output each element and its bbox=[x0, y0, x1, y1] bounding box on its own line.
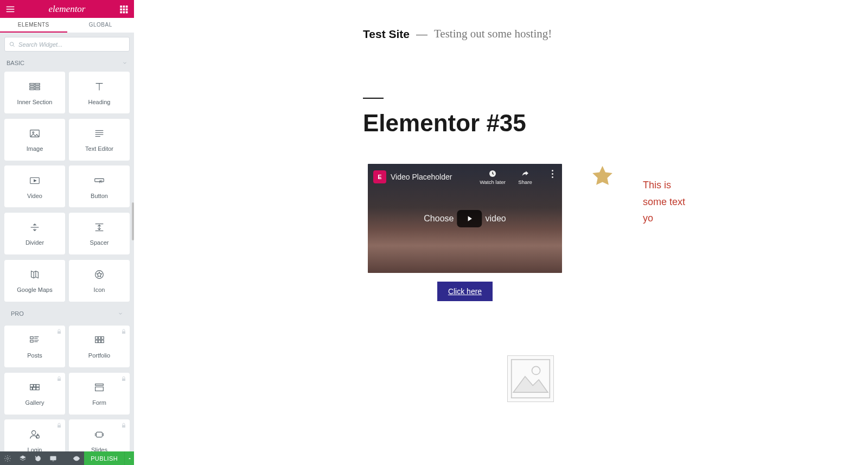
svg-rect-42 bbox=[101, 340, 104, 343]
svg-rect-14 bbox=[35, 83, 40, 85]
search-icon bbox=[9, 41, 15, 48]
widget-video[interactable]: Video bbox=[4, 165, 65, 207]
lock-icon bbox=[56, 328, 62, 335]
widget-form[interactable]: Form bbox=[69, 373, 130, 415]
svg-rect-48 bbox=[33, 387, 36, 390]
svg-rect-38 bbox=[98, 337, 101, 340]
svg-rect-29 bbox=[58, 331, 61, 334]
video-more-icon[interactable] bbox=[548, 170, 557, 178]
svg-rect-30 bbox=[30, 337, 34, 339]
svg-rect-8 bbox=[126, 11, 128, 13]
svg-rect-15 bbox=[35, 86, 40, 87]
svg-point-18 bbox=[33, 132, 34, 133]
svg-rect-53 bbox=[58, 425, 61, 428]
tab-elements[interactable]: ELEMENTS bbox=[0, 18, 67, 33]
preview-icon[interactable] bbox=[69, 451, 84, 465]
svg-rect-47 bbox=[30, 387, 33, 390]
site-title[interactable]: Test Site bbox=[363, 28, 410, 41]
widget-label: Divider bbox=[25, 239, 44, 246]
menu-icon[interactable] bbox=[5, 4, 15, 14]
widget-posts[interactable]: Posts bbox=[4, 326, 65, 367]
svg-rect-6 bbox=[120, 11, 122, 13]
site-tagline: Testing out some hosting! bbox=[434, 27, 552, 41]
svg-rect-0 bbox=[120, 5, 122, 8]
svg-point-54 bbox=[32, 430, 36, 434]
click-here-button[interactable]: Click here bbox=[437, 282, 493, 301]
widget-label: Google Maps bbox=[17, 286, 52, 293]
svg-rect-57 bbox=[97, 432, 103, 437]
tab-global[interactable]: GLOBAL bbox=[67, 18, 135, 33]
svg-rect-1 bbox=[123, 5, 125, 8]
svg-rect-37 bbox=[95, 337, 98, 340]
svg-rect-41 bbox=[98, 340, 101, 343]
widget-label: Icon bbox=[94, 286, 105, 293]
widget-label: Text Editor bbox=[85, 145, 113, 152]
svg-point-9 bbox=[10, 42, 13, 45]
widget-label: Video bbox=[27, 193, 42, 199]
svg-rect-7 bbox=[123, 11, 125, 13]
widget-inner-section[interactable]: Inner Section bbox=[4, 72, 65, 113]
title-rule bbox=[363, 98, 384, 99]
svg-rect-39 bbox=[101, 337, 104, 340]
category-pro[interactable]: PRO bbox=[4, 307, 130, 320]
widget-icon[interactable]: Icon bbox=[69, 260, 130, 302]
site-header: Test Site — Testing out some hosting! bbox=[134, 0, 868, 41]
content-section[interactable]: E Video Placeholder Watch later Share Ch… bbox=[368, 164, 868, 301]
image-placeholder-widget[interactable] bbox=[507, 355, 554, 402]
settings-icon[interactable] bbox=[0, 451, 15, 465]
widget-label: Inner Section bbox=[17, 99, 53, 105]
svg-rect-56 bbox=[122, 425, 125, 428]
category-basic-label: BASIC bbox=[7, 60, 24, 66]
widget-label: Gallery bbox=[25, 399, 44, 406]
video-center-overlay: Choose video bbox=[424, 210, 506, 227]
category-pro-label: PRO bbox=[11, 310, 24, 317]
video-title: Video Placeholder bbox=[391, 173, 474, 181]
svg-rect-4 bbox=[123, 8, 125, 10]
svg-rect-59 bbox=[50, 456, 56, 460]
widget-google-maps[interactable]: Google Maps bbox=[4, 260, 65, 302]
lock-icon bbox=[120, 375, 127, 382]
responsive-icon[interactable] bbox=[46, 451, 61, 465]
widget-label: Spacer bbox=[90, 239, 109, 246]
publish-options-button[interactable] bbox=[124, 451, 134, 465]
widget-label: Button bbox=[91, 193, 108, 199]
search-wrapper bbox=[0, 33, 134, 56]
navigator-icon[interactable] bbox=[15, 451, 30, 465]
category-basic[interactable]: BASIC bbox=[0, 56, 134, 69]
share-button[interactable]: Share bbox=[511, 169, 539, 185]
widget-divider[interactable]: Divider bbox=[4, 213, 65, 254]
chevron-down-icon bbox=[122, 60, 127, 66]
lock-icon bbox=[56, 375, 62, 382]
widget-label: Portfolio bbox=[88, 352, 110, 359]
svg-rect-2 bbox=[126, 5, 128, 8]
play-button[interactable] bbox=[457, 210, 482, 227]
widgets-grid-icon[interactable] bbox=[119, 4, 129, 14]
svg-rect-51 bbox=[95, 384, 104, 386]
widget-image[interactable]: Image bbox=[4, 119, 65, 161]
site-separator: — bbox=[416, 28, 427, 41]
widget-gallery[interactable]: Gallery bbox=[4, 373, 65, 415]
text-widget[interactable]: This is some text yo bbox=[643, 164, 697, 227]
icon-widget[interactable] bbox=[590, 164, 615, 190]
widget-label: Heading bbox=[88, 99, 111, 105]
publish-button[interactable]: PUBLISH bbox=[84, 451, 124, 465]
svg-rect-50 bbox=[122, 378, 125, 381]
widget-heading[interactable]: Heading bbox=[69, 72, 130, 113]
watch-later-button[interactable]: Watch later bbox=[478, 169, 507, 185]
widget-button[interactable]: Button bbox=[69, 165, 130, 207]
history-icon[interactable] bbox=[30, 451, 46, 465]
widget-text-editor[interactable]: Text Editor bbox=[69, 119, 130, 161]
search-input[interactable] bbox=[18, 41, 125, 48]
editor-canvas[interactable]: Test Site — Testing out some hosting! El… bbox=[134, 0, 868, 465]
svg-rect-12 bbox=[30, 86, 34, 87]
watch-later-label: Watch later bbox=[480, 179, 506, 185]
lock-icon bbox=[120, 328, 127, 335]
svg-rect-16 bbox=[35, 88, 40, 90]
svg-rect-3 bbox=[120, 8, 122, 10]
widget-spacer[interactable]: Spacer bbox=[69, 213, 130, 254]
svg-rect-45 bbox=[34, 385, 36, 387]
video-widget[interactable]: E Video Placeholder Watch later Share Ch… bbox=[368, 164, 562, 273]
widget-portfolio[interactable]: Portfolio bbox=[69, 326, 130, 367]
svg-rect-44 bbox=[30, 385, 34, 387]
chevron-down-icon bbox=[118, 311, 123, 316]
